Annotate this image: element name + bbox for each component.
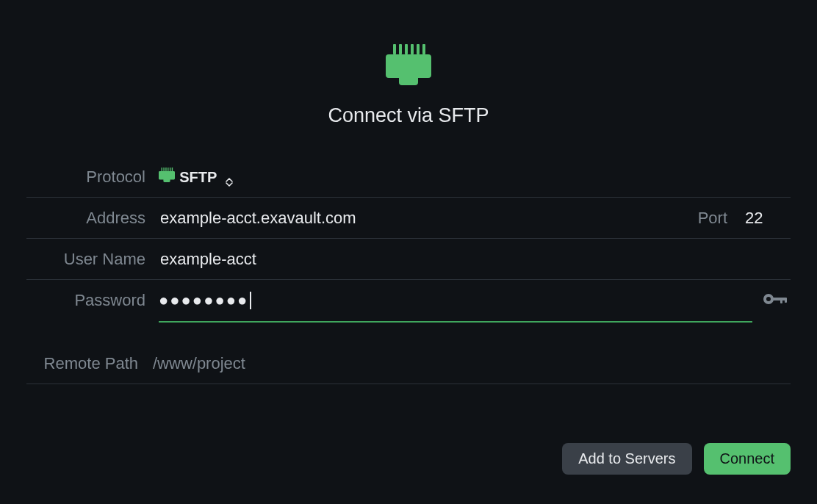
ethernet-icon — [159, 168, 179, 186]
address-row: Address Port — [26, 198, 791, 239]
svg-rect-3 — [411, 44, 414, 54]
username-input[interactable] — [159, 238, 791, 280]
connect-dialog: Connect via SFTP Protocol — [0, 0, 817, 504]
chevron-up-down-icon — [226, 178, 233, 187]
port-label: Port — [698, 209, 727, 228]
svg-rect-0 — [393, 44, 396, 54]
address-input[interactable] — [159, 197, 683, 239]
svg-rect-7 — [163, 168, 164, 171]
remote-path-label: Remote Path — [26, 354, 151, 373]
protocol-label: Protocol — [26, 168, 159, 187]
port-group: Port — [683, 208, 791, 228]
svg-rect-4 — [417, 44, 420, 54]
protocol-select[interactable]: SFTP — [159, 168, 233, 187]
svg-rect-1 — [399, 44, 402, 54]
svg-point-13 — [766, 297, 771, 301]
action-bar: Add to Servers Connect — [26, 425, 791, 475]
password-input[interactable]: ●●●●●●●● — [159, 280, 752, 323]
username-label: User Name — [26, 250, 159, 269]
svg-rect-2 — [405, 44, 408, 54]
svg-rect-10 — [170, 168, 170, 171]
remote-path-row: Remote Path — [26, 343, 791, 384]
username-row: User Name — [26, 239, 791, 280]
remote-path-input[interactable] — [151, 342, 791, 384]
password-label: Password — [26, 291, 159, 310]
key-icon[interactable] — [763, 290, 788, 311]
password-row: Password ●●●●●●●● — [26, 280, 791, 321]
dialog-title: Connect via SFTP — [328, 104, 489, 127]
svg-rect-16 — [785, 298, 787, 303]
password-mask: ●●●●●●●● — [159, 291, 248, 310]
add-to-servers-button[interactable]: Add to Servers — [562, 443, 691, 475]
port-input[interactable] — [744, 208, 791, 228]
protocol-row: Protocol — [26, 156, 791, 198]
svg-rect-5 — [422, 44, 425, 54]
connect-button[interactable]: Connect — [704, 443, 791, 475]
form: Protocol — [26, 156, 791, 384]
svg-rect-14 — [772, 298, 786, 300]
text-caret — [250, 292, 251, 309]
protocol-value: SFTP — [179, 169, 217, 185]
svg-rect-11 — [172, 168, 173, 171]
address-label: Address — [26, 209, 159, 228]
ethernet-icon — [386, 44, 431, 88]
svg-rect-6 — [162, 168, 162, 171]
svg-rect-15 — [780, 298, 782, 303]
svg-rect-9 — [168, 168, 168, 171]
svg-rect-8 — [165, 168, 166, 171]
dialog-header: Connect via SFTP — [26, 44, 791, 127]
